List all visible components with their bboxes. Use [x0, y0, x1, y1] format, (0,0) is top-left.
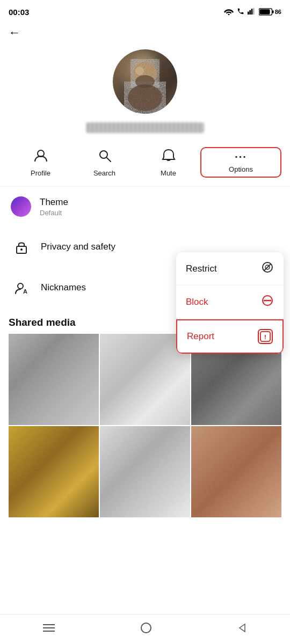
privacy-title: Privacy and safety — [41, 241, 115, 252]
call-icon — [236, 8, 245, 17]
privacy-text: Privacy and safety — [41, 241, 115, 252]
profile-action[interactable]: Profile — [9, 148, 73, 177]
nicknames-icon: A — [11, 277, 32, 298]
options-action[interactable]: ··· Options — [200, 147, 281, 178]
svg-point-10 — [135, 67, 144, 75]
svg-text:!: ! — [264, 333, 266, 341]
theme-text: Theme Default — [40, 197, 68, 217]
svg-text:A: A — [23, 288, 27, 295]
svg-line-15 — [107, 158, 111, 162]
status-icons: 86 — [224, 8, 281, 17]
svg-point-14 — [100, 151, 107, 158]
mute-label: Mute — [161, 169, 176, 177]
restrict-option[interactable]: Restrict — [176, 252, 284, 286]
privacy-icon — [11, 236, 32, 258]
media-cell-5[interactable] — [100, 426, 190, 517]
report-label: Report — [187, 331, 214, 342]
media-cell-1[interactable] — [9, 334, 99, 425]
svg-rect-3 — [251, 9, 252, 14]
svg-rect-6 — [272, 10, 274, 13]
back-button[interactable]: ← — [0, 21, 29, 44]
media-cell-6[interactable] — [191, 426, 281, 517]
svg-point-12 — [135, 75, 155, 88]
block-icon — [261, 294, 274, 310]
search-icon — [97, 148, 113, 166]
theme-subtitle: Default — [40, 209, 68, 217]
profile-label: Profile — [31, 169, 50, 177]
bottom-nav — [0, 614, 290, 644]
status-time: 00:03 — [9, 8, 29, 17]
svg-point-17 — [20, 248, 23, 251]
restrict-icon — [261, 261, 274, 276]
svg-point-18 — [18, 283, 23, 289]
search-action[interactable]: Search — [73, 148, 136, 177]
nav-back-icon[interactable] — [236, 622, 248, 637]
signal-icon — [248, 8, 256, 17]
options-icon: ··· — [235, 151, 247, 162]
nav-menu-icon[interactable] — [42, 623, 56, 636]
nav-home-icon[interactable] — [140, 622, 152, 637]
avatar — [113, 49, 177, 114]
svg-rect-2 — [249, 10, 251, 14]
svg-point-9 — [128, 84, 162, 111]
report-option[interactable]: Report ! — [176, 319, 284, 354]
username-section — [0, 118, 290, 142]
svg-point-0 — [228, 13, 229, 15]
options-dropdown: Restrict Block Report ! — [176, 252, 284, 354]
svg-rect-7 — [259, 9, 270, 14]
report-icon: ! — [258, 329, 273, 344]
actions-row: Profile Search Mute ··· Options — [0, 142, 290, 187]
svg-marker-31 — [240, 624, 245, 632]
username-blur — [86, 122, 204, 133]
svg-rect-4 — [253, 8, 255, 14]
block-label: Block — [186, 297, 208, 308]
theme-icon — [11, 196, 31, 217]
search-label: Search — [93, 169, 115, 177]
svg-point-30 — [141, 623, 151, 633]
svg-point-11 — [147, 67, 154, 73]
mute-icon — [161, 148, 177, 166]
nicknames-title: Nicknames — [41, 282, 86, 293]
theme-title: Theme — [40, 197, 68, 208]
restrict-label: Restrict — [186, 264, 217, 274]
profile-icon — [33, 148, 49, 166]
wifi-icon — [224, 8, 234, 17]
mute-action[interactable]: Mute — [136, 148, 200, 177]
options-label: Options — [229, 165, 253, 173]
battery-icon: 86 — [259, 8, 281, 16]
block-option[interactable]: Block — [176, 286, 284, 319]
media-grid — [9, 334, 281, 517]
theme-setting[interactable]: Theme Default — [0, 187, 290, 226]
status-bar: 00:03 — [0, 0, 290, 21]
nicknames-text: Nicknames — [41, 282, 86, 293]
avatar-section — [0, 44, 290, 118]
media-cell-4[interactable] — [9, 426, 99, 517]
svg-rect-1 — [248, 11, 249, 14]
